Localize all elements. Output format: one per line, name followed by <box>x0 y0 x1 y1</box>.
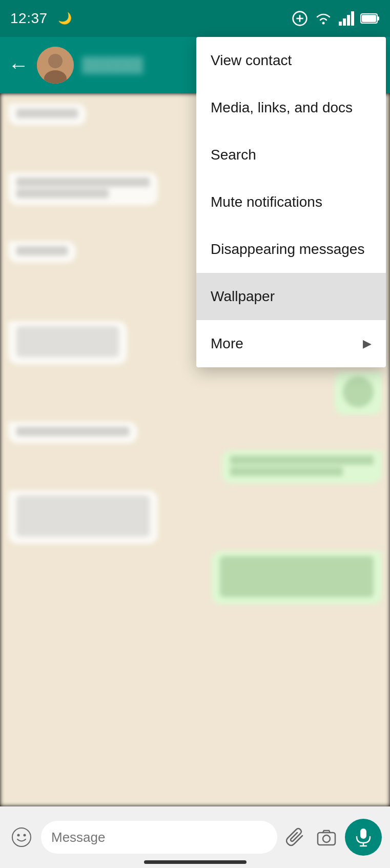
menu-item-media-links-docs[interactable]: Media, links, and docs <box>196 84 386 131</box>
menu-item-label-view-contact: View contact <box>211 52 292 69</box>
menu-item-wallpaper[interactable]: Wallpaper <box>196 273 386 320</box>
dropdown-overlay: View contactMedia, links, and docsSearch… <box>0 0 390 868</box>
menu-item-label-media-links-docs: Media, links, and docs <box>211 100 353 116</box>
menu-item-label-more: More <box>211 336 243 352</box>
chevron-right-icon: ▶ <box>363 337 372 350</box>
menu-item-disappearing-messages[interactable]: Disappearing messages <box>196 226 386 273</box>
menu-item-label-disappearing-messages: Disappearing messages <box>211 241 364 258</box>
dropdown-menu: View contactMedia, links, and docsSearch… <box>196 37 386 367</box>
menu-item-more[interactable]: More▶ <box>196 320 386 367</box>
screen: 12:37 🌙 <box>0 0 390 868</box>
menu-item-label-mute-notifications: Mute notifications <box>211 194 322 210</box>
menu-item-mute-notifications[interactable]: Mute notifications <box>196 179 386 226</box>
menu-item-search[interactable]: Search <box>196 131 386 179</box>
menu-item-view-contact[interactable]: View contact <box>196 37 386 84</box>
menu-item-label-search: Search <box>211 147 256 163</box>
menu-item-label-wallpaper: Wallpaper <box>211 288 275 305</box>
